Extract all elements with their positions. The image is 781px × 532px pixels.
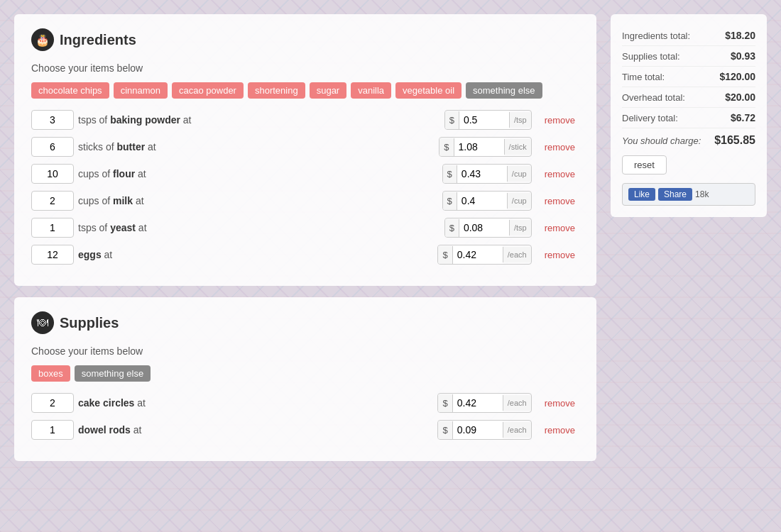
ingredients-total-value: $18.20	[725, 30, 755, 41]
ingredient-row-yeast: tsps of yeast at $ /tsp remove	[31, 218, 579, 238]
remove-yeast[interactable]: remove	[540, 220, 579, 236]
price-dowel-rods[interactable]	[453, 421, 503, 439]
supply-row-cake-circles: cake circles at $ /each remove	[31, 393, 579, 413]
remove-baking-powder[interactable]: remove	[540, 112, 579, 128]
price-eggs[interactable]	[453, 245, 503, 264]
ingredient-row-flour: cups of flour at $ /cup remove	[31, 164, 579, 184]
overhead-total-value: $20.00	[725, 92, 755, 103]
facebook-count: 18k	[695, 189, 709, 199]
tag-something-else-sup[interactable]: something else	[75, 365, 151, 382]
tag-boxes[interactable]: boxes	[31, 365, 70, 382]
supplies-icon: 🍽	[31, 311, 54, 334]
price-yeast[interactable]	[459, 218, 509, 237]
price-group-butter: $ /stick	[439, 137, 531, 157]
delivery-total-value: $6.72	[731, 112, 755, 123]
remove-dowel-rods[interactable]: remove	[540, 422, 579, 438]
tag-cacao-powder[interactable]: cacao powder	[172, 82, 244, 99]
ingredient-row-eggs: eggs at $ /each remove	[31, 245, 579, 265]
supply-row-dowel-rods: dowel rods at $ /each remove	[31, 420, 579, 440]
qty-eggs[interactable]	[31, 245, 74, 265]
supplies-total-row: Supplies total: $0.93	[622, 46, 755, 67]
price-group-eggs: $ /each	[437, 245, 531, 265]
time-total-row: Time total: $120.00	[622, 67, 755, 87]
ingredient-row-butter: sticks of butter at $ /stick remove	[31, 137, 579, 157]
remove-milk[interactable]: remove	[540, 193, 579, 209]
price-flour[interactable]	[457, 165, 507, 183]
tag-vegetable-oil[interactable]: vegetable oil	[395, 82, 462, 99]
tag-shortening[interactable]: shortening	[248, 82, 305, 99]
price-butter[interactable]	[454, 138, 504, 156]
tag-chocolate-chips[interactable]: chocolate chips	[31, 82, 109, 99]
supplies-total-value: $0.93	[731, 50, 755, 62]
ingredients-icon: 🎂	[31, 28, 54, 51]
remove-eggs[interactable]: remove	[540, 247, 579, 263]
time-total-label: Time total:	[622, 72, 665, 82]
price-group-baking-powder: $ /tsp	[444, 110, 532, 130]
reset-button[interactable]: reset	[622, 155, 667, 174]
tag-sugar[interactable]: sugar	[310, 82, 347, 99]
ingredient-row-milk: cups of milk at $ /cup remove	[31, 191, 579, 211]
qty-flour[interactable]	[31, 164, 74, 184]
overhead-total-row: Overhead total: $20.00	[622, 87, 755, 108]
ingredients-subtitle: Choose your items below	[31, 62, 579, 74]
qty-dowel-rods[interactable]	[31, 420, 74, 440]
remove-flour[interactable]: remove	[540, 166, 579, 182]
qty-butter[interactable]	[31, 137, 74, 157]
ingredients-section: 🎂 Ingredients Choose your items below ch…	[14, 14, 596, 286]
price-milk[interactable]	[457, 192, 507, 210]
qty-yeast[interactable]	[31, 218, 74, 238]
remove-butter[interactable]: remove	[540, 139, 579, 155]
price-group-flour: $ /cup	[442, 164, 532, 184]
ingredients-total-row: Ingredients total: $18.20	[622, 26, 755, 46]
qty-milk[interactable]	[31, 191, 74, 211]
sidebar: Ingredients total: $18.20 Supplies total…	[611, 14, 767, 518]
supplies-section: 🍽 Supplies Choose your items below boxes…	[14, 297, 596, 461]
time-total-value: $120.00	[719, 71, 755, 82]
facebook-share-button[interactable]: Share	[658, 188, 692, 201]
supplies-tags: boxes something else	[31, 365, 579, 382]
price-group-cake-circles: $ /each	[437, 393, 531, 413]
supplies-title: Supplies	[60, 315, 119, 331]
ingredient-row-baking-powder: tsps of baking powder at $ /tsp remove	[31, 110, 579, 130]
charge-value: $165.85	[714, 134, 755, 147]
tag-cinnamon[interactable]: cinnamon	[114, 82, 168, 99]
price-group-milk: $ /cup	[442, 191, 532, 211]
ingredients-tags: chocolate chips cinnamon cacao powder sh…	[31, 82, 579, 99]
ingredients-title: Ingredients	[60, 32, 136, 48]
tag-vanilla[interactable]: vanilla	[351, 82, 391, 99]
tag-something-else-ing[interactable]: something else	[466, 82, 542, 99]
ingredients-total-label: Ingredients total:	[622, 31, 690, 41]
delivery-total-label: Delivery total:	[622, 113, 678, 123]
supplies-total-label: Supplies total:	[622, 51, 680, 62]
qty-cake-circles[interactable]	[31, 393, 74, 413]
price-cake-circles[interactable]	[453, 394, 503, 412]
facebook-like-button[interactable]: Like	[628, 188, 655, 201]
remove-cake-circles[interactable]: remove	[540, 395, 579, 411]
price-group-yeast: $ /tsp	[444, 218, 532, 238]
supplies-subtitle: Choose your items below	[31, 345, 579, 357]
facebook-like-box: Like Share 18k	[622, 183, 755, 206]
totals-card: Ingredients total: $18.20 Supplies total…	[611, 14, 767, 217]
price-group-dowel-rods: $ /each	[437, 420, 531, 440]
delivery-total-row: Delivery total: $6.72	[622, 108, 755, 128]
price-baking-powder[interactable]	[459, 111, 509, 129]
supplies-header: 🍽 Supplies	[31, 311, 579, 334]
charge-row: You should charge: $165.85	[622, 128, 755, 150]
charge-label: You should charge:	[622, 135, 701, 146]
ingredients-header: 🎂 Ingredients	[31, 28, 579, 51]
qty-baking-powder[interactable]	[31, 110, 74, 130]
overhead-total-label: Overhead total:	[622, 92, 685, 103]
